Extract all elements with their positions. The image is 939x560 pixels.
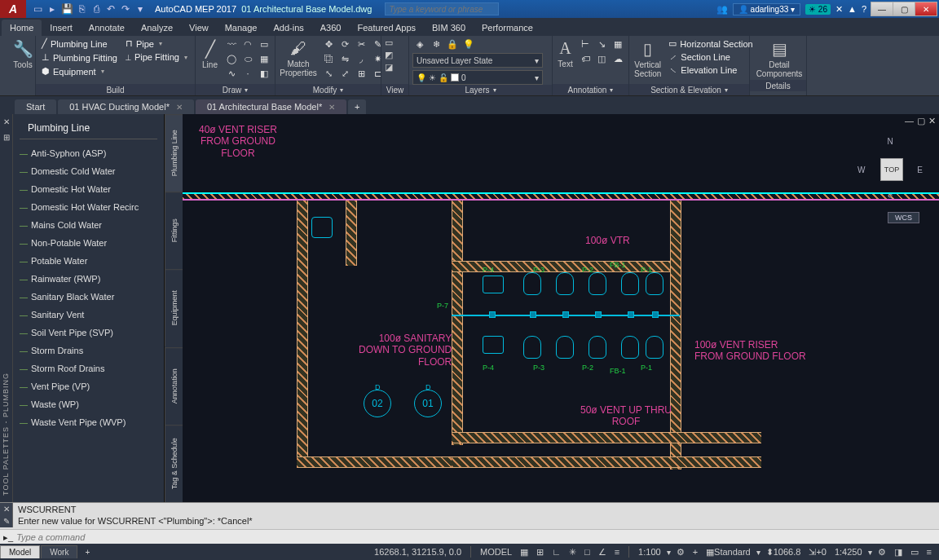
palette-close-icon[interactable]: ✕ <box>0 114 12 130</box>
text-button[interactable]: AText <box>556 37 575 70</box>
sectline-button[interactable]: ⟋ Section Line <box>666 51 755 63</box>
scale2-readout[interactable]: 1:4250 <box>832 547 865 557</box>
command-line[interactable]: ▸_ <box>0 529 939 545</box>
canvas-max-icon[interactable]: ▢ <box>917 116 925 126</box>
palette-item[interactable]: Storm Drains <box>13 342 164 359</box>
vtab-fittings[interactable]: Fittings <box>165 192 183 269</box>
close-button[interactable]: ✕ <box>915 2 937 16</box>
layer-lock-icon[interactable]: 🔒 <box>445 37 460 51</box>
canvas-close-icon[interactable]: ✕ <box>928 116 936 126</box>
a360-icon[interactable]: ▲ <box>848 4 857 14</box>
palette-item[interactable]: Rainwater (RWP) <box>13 270 164 288</box>
fillet-icon[interactable]: ◞ <box>354 52 368 65</box>
current-layer-dropdown[interactable]: 💡☀🔓0▾ <box>412 70 543 85</box>
tab-a360[interactable]: A360 <box>312 20 350 36</box>
table-icon[interactable]: ▦ <box>611 37 625 51</box>
palette-props-icon[interactable]: ⊞ <box>0 130 12 145</box>
rev-icon[interactable]: ☁ <box>611 52 625 65</box>
modeltab-model[interactable]: Model <box>0 545 40 558</box>
signin-icon[interactable]: 👥 <box>716 4 728 15</box>
cmd-close-icon[interactable]: ✕ <box>0 503 12 515</box>
qat-new-icon[interactable]: ▭ <box>31 2 44 15</box>
palette-handle[interactable]: ✕ ⊞ TOOL PALETTES - PLUMBING <box>0 114 13 502</box>
palette-item[interactable]: Potable Water <box>13 252 164 270</box>
tab-bim360[interactable]: BIM 360 <box>424 20 474 36</box>
match-props-button[interactable]: 🖌Match Properties <box>279 37 318 79</box>
command-input[interactable] <box>16 532 936 542</box>
cmd-opts-icon[interactable]: ✎ <box>0 515 12 527</box>
layer-state-dropdown[interactable]: Unsaved Layer State▾ <box>412 53 543 68</box>
wipe-icon[interactable]: ◫ <box>594 52 609 65</box>
user-chip[interactable]: 👤 adarling33 ▾ <box>733 3 800 15</box>
trim-icon[interactable]: ✂ <box>354 37 368 51</box>
help-icon[interactable]: ? <box>862 4 866 14</box>
palette-item[interactable]: Waste Vent Pipe (WVP) <box>13 413 164 431</box>
palette-item[interactable]: Domestic Hot Water <box>13 180 164 198</box>
vtab-plumbing-line[interactable]: Plumbing Line <box>165 114 183 192</box>
close-icon[interactable]: ✕ <box>328 103 335 112</box>
palette-item[interactable]: Sanitary Black Water <box>13 288 164 306</box>
space-badge[interactable]: MODEL <box>478 547 514 557</box>
tab-view[interactable]: View <box>181 20 217 36</box>
pipe-button[interactable]: ⊓ Pipe▾ <box>123 37 190 50</box>
circle-icon[interactable]: ◯ <box>224 52 239 65</box>
hsection-button[interactable]: ▭ Horizontal Section <box>666 37 755 50</box>
clean-icon[interactable]: ▭ <box>908 547 921 558</box>
filetab-arch[interactable]: 01 Architectural Base Model*✕ <box>196 99 346 114</box>
close-icon[interactable]: ✕ <box>176 103 183 112</box>
palette-item[interactable]: Domestic Hot Water Recirc <box>13 198 164 216</box>
tab-annotate[interactable]: Annotate <box>81 20 133 36</box>
custom-icon[interactable]: ≡ <box>924 547 934 557</box>
filetab-start[interactable]: Start <box>15 99 56 114</box>
view-icon2[interactable]: ◩ <box>385 50 393 60</box>
iso-icon[interactable]: ◨ <box>892 547 905 558</box>
palette-item[interactable]: Anti-Syphon (ASP) <box>13 144 164 162</box>
layer-off-icon[interactable]: 💡 <box>461 37 476 51</box>
plumbing-fitting-button[interactable]: ⊥ Plumbing Fitting <box>39 51 120 64</box>
vsection-button[interactable]: ▯Vertical Section <box>633 37 663 80</box>
rotate-icon[interactable]: ⟳ <box>337 37 352 51</box>
qat-open-icon[interactable]: ▸ <box>46 2 59 15</box>
palette-item[interactable]: Domestic Cold Water <box>13 162 164 180</box>
polar-icon[interactable]: ✳ <box>566 547 579 558</box>
elev-readout[interactable]: ⬍ 1066.8 <box>764 547 804 558</box>
mirror-icon[interactable]: ⇋ <box>337 52 352 65</box>
equipment-button[interactable]: ⬢ Equipment▾ <box>39 65 120 77</box>
vtab-tag-schedule[interactable]: Tag & Schedule <box>165 425 183 502</box>
plumbing-line-button[interactable]: ╱ Plumbing Line <box>39 37 120 50</box>
pipe-fitting-button[interactable]: ⟂ Pipe Fitting▾ <box>123 51 190 63</box>
stretch-icon[interactable]: ⤡ <box>321 67 336 80</box>
layer-iso-icon[interactable]: ◈ <box>412 37 427 51</box>
palette-item[interactable]: Waste (WP) <box>13 395 164 413</box>
filetab-add[interactable]: + <box>348 99 366 114</box>
palette-item[interactable]: Sanitary Vent <box>13 306 164 324</box>
lw-icon[interactable]: ≡ <box>612 547 622 557</box>
palette-item[interactable]: Storm Roof Drains <box>13 359 164 377</box>
view-icon1[interactable]: ▭ <box>385 37 393 48</box>
elevline-button[interactable]: ⟍ Elevation Line <box>666 64 755 76</box>
ellipse-icon[interactable]: ⬭ <box>240 52 255 65</box>
tab-home[interactable]: Home <box>2 20 42 36</box>
dynucs-icon[interactable]: ∠ <box>596 547 609 558</box>
viewcube-top[interactable]: TOP <box>880 158 903 181</box>
tab-manage[interactable]: Manage <box>217 20 266 36</box>
hatch-icon[interactable]: ▦ <box>257 52 271 65</box>
filetab-hvac[interactable]: 01 HVAC Ducting Model*✕ <box>58 99 194 114</box>
tab-addins[interactable]: Add-ins <box>265 20 311 36</box>
qat-more-icon[interactable]: ▾ <box>134 2 147 15</box>
leader-icon[interactable]: ↘ <box>594 37 609 51</box>
status-gear-icon[interactable]: ⚙ <box>875 547 888 558</box>
scale1-readout[interactable]: 1:100 <box>636 547 663 557</box>
palette-item[interactable]: Non-Potable Water <box>13 234 164 252</box>
help-search-input[interactable] <box>385 2 499 15</box>
maximize-button[interactable]: ▢ <box>893 2 915 16</box>
tab-insert[interactable]: Insert <box>42 20 81 36</box>
tag-icon[interactable]: 🏷 <box>578 52 593 65</box>
vtab-annotation[interactable]: Annotation <box>165 347 183 425</box>
exchange-icon[interactable]: ✕ <box>835 4 843 15</box>
qat-save-icon[interactable]: 💾 <box>60 2 73 15</box>
modeltab-work[interactable]: Work <box>41 545 77 558</box>
region-icon[interactable]: ◧ <box>257 67 271 80</box>
tab-performance[interactable]: Performance <box>474 20 541 36</box>
wcs-badge[interactable]: WCS <box>888 212 919 223</box>
